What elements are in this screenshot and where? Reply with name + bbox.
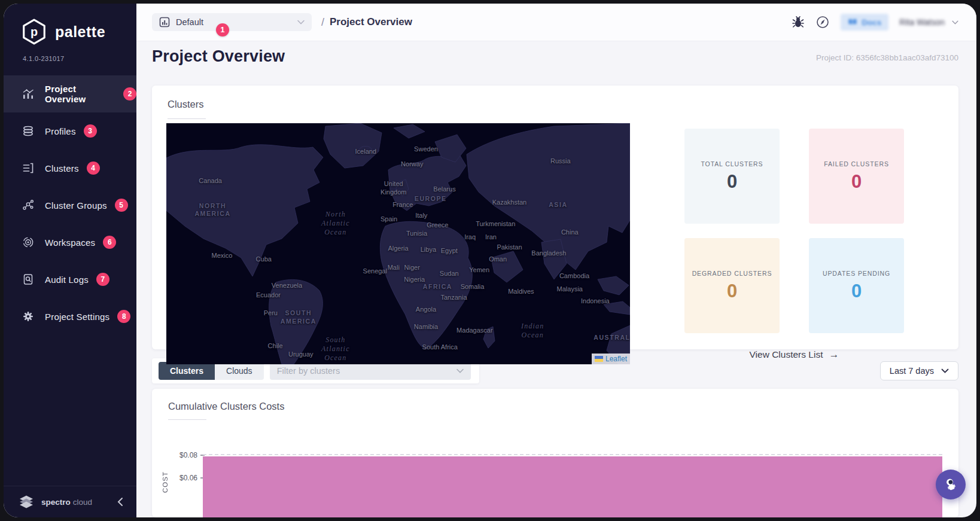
map-label: Iraq [464, 234, 476, 242]
stat-label: UPDATES PENDING [823, 270, 890, 277]
project-id: Project ID: 6356fc38bb1aac03afd73100 [816, 53, 958, 62]
costs-card-title: Cumulative Clusters Costs [168, 401, 284, 412]
map-label: Bangladesh [531, 249, 566, 258]
brand-name: palette [55, 23, 105, 41]
cost-area-series [203, 456, 942, 517]
sidebar-item-clusters[interactable]: Clusters 4 [4, 150, 136, 187]
sidebar-collapse-button[interactable] [117, 497, 123, 507]
help-compass-button[interactable] [815, 15, 830, 29]
map-label: South Atlantic Ocean [321, 335, 350, 362]
sidebar-item-badge: 8 [117, 310, 130, 323]
map-label: Uruguay [288, 351, 314, 359]
chevron-down-icon [941, 368, 949, 373]
map-label: Venezuela [272, 282, 302, 290]
sidebar-item-profiles[interactable]: Profiles 3 [4, 112, 136, 150]
compass-icon [815, 15, 830, 29]
breadcrumb: / Project Overview [321, 16, 412, 29]
map-label: Tunisia [406, 230, 427, 239]
map-label: Mali [388, 264, 400, 272]
map-label: Malaysia [557, 285, 583, 294]
project-selector[interactable]: Default 1 [152, 13, 312, 31]
map-label: EUROPE [415, 195, 447, 203]
map-label: Kazakhstan [492, 199, 526, 207]
assistant-fab-button[interactable] [936, 470, 966, 499]
map-label: Belarus [433, 185, 455, 194]
app-version: 4.1.0-231017 [4, 45, 136, 62]
ukraine-flag-icon [595, 356, 603, 362]
sidebar-item-audit-logs[interactable]: Audit Logs 7 [4, 261, 136, 298]
sidebar-item-label: Project Settings [45, 312, 109, 322]
sidebar-nav: Project Overview 2 Profiles 3 [4, 75, 136, 335]
topbar-actions: Docs Rita Watson [792, 14, 958, 31]
map-label: ASIA [549, 201, 568, 209]
brand: p palette [4, 4, 136, 45]
y-tick-008: $0.08 [152, 451, 197, 459]
tab-clusters[interactable]: Clusters [159, 362, 215, 380]
user-menu[interactable]: Rita Watson [899, 17, 958, 27]
user-name: Rita Watson [899, 17, 945, 27]
map-label: Nigeria [404, 276, 425, 284]
clusters-world-map[interactable]: Iceland Sweden Norway Russia Canada Unit… [166, 123, 630, 364]
stat-label: FAILED CLUSTERS [824, 160, 889, 167]
filter-by-clusters-select[interactable]: Filter by clusters [270, 362, 471, 380]
stat-card: TOTAL CLUSTERS 0 [684, 129, 780, 224]
title-underline [168, 419, 206, 420]
chevron-down-icon [456, 368, 464, 373]
chart-overview-icon [22, 87, 35, 100]
breadcrumb-separator: / [321, 16, 324, 29]
map-label: Chile [268, 342, 283, 351]
date-range-select[interactable]: Last 7 days [880, 361, 958, 380]
sidebar: p palette 4.1.0-231017 Project Overview … [4, 4, 136, 517]
layers-icon [22, 124, 35, 138]
map-label: Peru [264, 309, 278, 318]
palette-logo-icon: p [20, 18, 48, 45]
map-label: Yemen [469, 266, 489, 275]
cumulative-costs-card: Cumulative Clusters Costs $0.08 $0.06 CO… [152, 389, 958, 517]
filter-placeholder: Filter by clusters [277, 366, 340, 376]
sidebar-item-workspaces[interactable]: Workspaces 6 [4, 224, 136, 261]
project-selector-badge: 1 [216, 23, 229, 36]
sidebar-item-badge: 5 [115, 199, 128, 212]
sidebar-item-project-overview[interactable]: Project Overview 2 [4, 75, 136, 112]
map-label: China [561, 228, 579, 237]
stat-label: TOTAL CLUSTERS [701, 160, 763, 167]
map-label: Egypt [441, 247, 458, 255]
bug-report-button[interactable] [792, 16, 805, 29]
sidebar-item-cluster-groups[interactable]: Cluster Groups 5 [4, 187, 136, 224]
docs-label: Docs [862, 18, 881, 27]
topbar: Default 1 / Project Overview [136, 4, 976, 41]
map-labels: Iceland Sweden Norway Russia Canada Unit… [166, 123, 630, 364]
leaflet-attribution[interactable]: Leaflet [592, 354, 630, 364]
clusters-card: Clusters [152, 86, 958, 349]
nodes-icon [22, 199, 35, 212]
sidebar-item-label: Project Overview [45, 84, 115, 104]
map-label: Pakistan [497, 243, 522, 252]
dashed-gridline [203, 454, 942, 455]
breadcrumb-current[interactable]: Project Overview [330, 16, 412, 28]
chevron-down-icon [952, 20, 958, 25]
title-underline [168, 118, 206, 119]
sidebar-item-badge: 2 [123, 87, 136, 100]
mini-chart-icon [159, 17, 170, 28]
map-label: Ecuador [256, 291, 281, 300]
docs-button[interactable]: Docs [841, 14, 888, 31]
app-window: p palette 4.1.0-231017 Project Overview … [4, 4, 976, 517]
sidebar-item-label: Audit Logs [45, 275, 89, 285]
map-label: Niger [404, 264, 420, 272]
tab-clouds[interactable]: Clouds [215, 362, 264, 380]
map-label: North Atlantic Ocean [321, 210, 350, 237]
bug-icon [792, 16, 805, 29]
map-label: Turkmenistan [476, 220, 515, 228]
book-icon [848, 17, 857, 27]
sidebar-footer: spectrocloud [4, 486, 136, 517]
map-label: AUSTRALIA [594, 334, 630, 342]
sidebar-item-project-settings[interactable]: Project Settings 8 [4, 298, 136, 335]
stat-label: DEGRADED CLUSTERS [692, 270, 772, 277]
arrow-right-icon: → [829, 349, 839, 360]
sidebar-item-label: Profiles [45, 126, 76, 136]
view-clusters-list-link[interactable]: View Clusters List→ [630, 349, 958, 361]
map-label: SOUTH AMERICA [281, 309, 316, 325]
map-label: Oman [489, 255, 507, 264]
map-label: Russia [550, 158, 571, 166]
stat-card: DEGRADED CLUSTERS 0 [684, 238, 780, 333]
